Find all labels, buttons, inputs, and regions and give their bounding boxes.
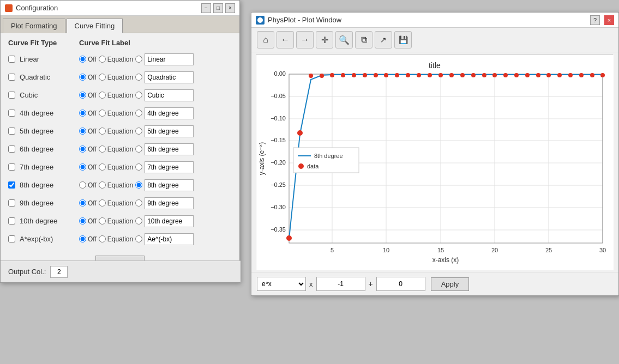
svg-point-36 (352, 73, 356, 77)
label-input-linear[interactable] (145, 53, 194, 65)
radio-10th-equation[interactable] (99, 217, 106, 225)
radio-4th-equation[interactable] (99, 110, 106, 117)
8th-degree-checkbox[interactable] (8, 181, 15, 189)
radio-cubic-equation[interactable] (99, 92, 106, 99)
radio-quadratic-custom[interactable] (135, 74, 142, 81)
radio-quadratic-off[interactable] (79, 74, 86, 81)
close-button[interactable]: × (225, 3, 235, 13)
radio-linear-custom[interactable] (135, 56, 142, 63)
radio-10th-custom[interactable] (135, 217, 142, 225)
radio-7th-equation[interactable] (99, 163, 106, 171)
x-axis-label: x-axis (x) (432, 256, 459, 264)
label-input-8th[interactable] (145, 179, 194, 191)
radio-6th-off[interactable] (79, 145, 86, 153)
label-input-10th[interactable] (145, 215, 194, 227)
radio-quadratic-equation[interactable] (99, 74, 106, 81)
radio-group-4th-eq: Equation (99, 110, 133, 117)
svg-point-38 (374, 73, 378, 77)
label-row-6th: Off Equation (79, 140, 232, 158)
radio-5th-equation[interactable] (99, 128, 106, 135)
col-left: Curve Fit Type Linear Quadratic Cubic 4t… (8, 39, 74, 248)
radio-10th-off[interactable] (79, 217, 86, 225)
formula-select[interactable]: eˣx e^x ln(x) (257, 277, 306, 291)
4th-degree-checkbox[interactable] (8, 110, 15, 117)
label-row-4th: Off Equation (79, 104, 232, 122)
5th-degree-checkbox[interactable] (8, 128, 15, 135)
7th-degree-checkbox[interactable] (8, 163, 15, 171)
label-input-4th[interactable] (145, 107, 194, 119)
physplot-close-button[interactable]: × (604, 15, 614, 25)
forward-button[interactable]: → (296, 31, 314, 48)
radio-linear-equation[interactable] (99, 56, 106, 63)
radio-8th-custom[interactable] (135, 181, 142, 189)
radio-cubic-off[interactable] (79, 92, 86, 99)
home-button[interactable]: ⌂ (257, 31, 274, 48)
9th-degree-checkbox[interactable] (8, 199, 15, 207)
svg-point-47 (471, 73, 476, 77)
radio-8th-equation[interactable] (99, 181, 106, 189)
label-row-7th: Off Equation (79, 158, 232, 176)
label-input-9th[interactable] (145, 197, 194, 209)
label-input-aexp[interactable] (145, 233, 194, 245)
label-input-quadratic[interactable] (145, 71, 194, 83)
tab-curve-fitting[interactable]: Curve Fitting (67, 19, 123, 33)
radio-aexp-off[interactable] (79, 235, 86, 242)
aexpbx-checkbox[interactable] (8, 235, 15, 242)
label-input-cubic[interactable] (145, 89, 194, 101)
radio-7th-custom[interactable] (135, 163, 142, 171)
label-input-6th[interactable] (145, 143, 194, 155)
output-col-input[interactable] (50, 266, 68, 278)
radio-cubic-custom[interactable] (135, 92, 142, 99)
help-button[interactable]: ? (590, 15, 600, 25)
physplot-titlebar-right: ? × (590, 15, 614, 25)
zoom-button[interactable]: 🔍 (335, 31, 353, 48)
quadratic-checkbox[interactable] (8, 74, 15, 81)
svg-point-51 (514, 73, 519, 77)
radio-5th-equation-label: Equation (107, 128, 133, 135)
svg-point-45 (449, 73, 454, 77)
radio-aexp-custom[interactable] (135, 235, 142, 242)
radio-5th-off[interactable] (79, 128, 86, 135)
radio-4th-custom[interactable] (135, 110, 142, 117)
radio-8th-off[interactable] (79, 181, 86, 189)
svg-point-49 (492, 73, 497, 77)
6th-degree-checkbox[interactable] (8, 145, 15, 153)
list-item: Quadratic (8, 68, 74, 86)
curve-button[interactable]: ↗ (375, 31, 392, 48)
10th-degree-checkbox[interactable] (8, 217, 15, 225)
radio-aexp-equation[interactable] (99, 235, 106, 242)
radio-5th-custom[interactable] (135, 128, 142, 135)
radio-7th-off[interactable] (79, 163, 86, 171)
addend-input[interactable] (376, 277, 425, 291)
svg-point-55 (557, 73, 562, 77)
radio-4th-equation-label: Equation (107, 110, 133, 117)
radio-6th-custom[interactable] (135, 145, 142, 153)
radio-linear-equation-label: Equation (107, 56, 133, 63)
multiplier-input[interactable] (316, 277, 365, 291)
maximize-button[interactable]: □ (213, 3, 223, 13)
plot-title: title (429, 61, 441, 70)
radio-9th-custom[interactable] (135, 199, 142, 207)
list-item: Cubic (8, 86, 74, 104)
radio-4th-off[interactable] (79, 110, 86, 117)
settings-button[interactable]: ⧉ (355, 31, 372, 48)
radio-9th-equation[interactable] (99, 199, 106, 207)
minimize-button[interactable]: − (201, 3, 211, 13)
svg-point-48 (482, 73, 486, 77)
linear-checkbox[interactable] (8, 56, 15, 63)
cubic-checkbox[interactable] (8, 92, 15, 99)
tab-plot-formating[interactable]: Plot Formating (3, 19, 65, 33)
back-button[interactable]: ← (277, 31, 294, 48)
bottom-apply-button[interactable]: Apply (431, 277, 470, 291)
label-input-7th[interactable] (145, 161, 194, 173)
radio-group-cubic-custom (135, 92, 142, 99)
radio-linear-off[interactable] (79, 56, 86, 63)
radio-group-4th-off: Off (79, 110, 97, 117)
save-button[interactable]: 💾 (394, 31, 412, 48)
radio-6th-equation[interactable] (99, 145, 106, 153)
radio-9th-off[interactable] (79, 199, 86, 207)
move-button[interactable]: ✛ (316, 31, 333, 48)
config-title: Configuration (16, 4, 58, 12)
label-input-5th[interactable] (145, 125, 194, 137)
radio-group-7th-off: Off (79, 163, 97, 171)
